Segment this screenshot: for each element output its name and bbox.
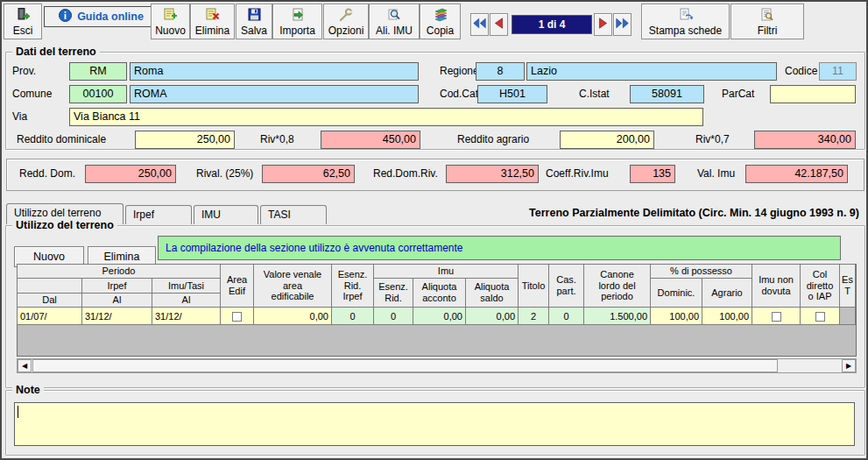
filtri-button[interactable]: Filtri: [730, 4, 804, 39]
riv07-field: 340,00: [754, 131, 856, 149]
scrollbar-thumb[interactable]: [32, 359, 778, 372]
reddito-agrario-label: Reddito agrario: [457, 131, 529, 148]
button-label: Opzioni: [328, 25, 364, 37]
scroll-left-button[interactable]: ◀: [18, 359, 32, 372]
cell-esenz-rid-irpef[interactable]: 0: [332, 308, 374, 325]
previous-record-button[interactable]: [490, 13, 508, 36]
button-label: Ali. IMU: [376, 25, 413, 37]
c-istat-label: C.Istat: [579, 85, 610, 103]
table-row[interactable]: 01/07/ 31/12/ 31/12/ 0,00 0 0 0,00 0,00 …: [18, 308, 856, 325]
note-textarea[interactable]: [14, 402, 855, 446]
parcat-field[interactable]: [770, 85, 856, 103]
info-icon: [59, 9, 72, 25]
first-record-button[interactable]: [470, 13, 489, 36]
comune-cod-field[interactable]: 00100: [69, 85, 127, 103]
ali-imu-button[interactable]: Ali. IMU: [369, 4, 420, 39]
arrow-left-icon: [494, 18, 504, 32]
col-header-al-irpef: Al: [82, 294, 152, 308]
val-imu-label: Val. Imu: [697, 165, 735, 182]
esci-button[interactable]: Esci: [4, 4, 42, 39]
col-header-al-imu: Al: [152, 294, 221, 308]
tab-irpef[interactable]: Irpef: [125, 205, 192, 224]
wrench-icon: [339, 7, 353, 22]
cell-dal[interactable]: 01/07/: [18, 308, 82, 325]
regione-nome-field[interactable]: Lazio: [526, 62, 777, 81]
cell-col-diretto[interactable]: [801, 308, 840, 325]
c-istat-field[interactable]: 58091: [630, 85, 704, 103]
cell-imu-non-dovuta[interactable]: [752, 308, 801, 325]
col-header-aliquota-acconto: Aliquota acconto: [413, 279, 466, 308]
cod-cat-label: Cod.Cat.: [440, 85, 481, 103]
opzioni-button[interactable]: Opzioni: [323, 4, 369, 39]
prov-field[interactable]: RM: [69, 62, 127, 81]
col-header-dal: Dal: [18, 294, 82, 308]
stampa-schede-button[interactable]: Stampa schede: [641, 4, 730, 39]
cell-canone[interactable]: 1.500,00: [584, 308, 651, 325]
cell-aliquota-saldo[interactable]: 0,00: [466, 308, 519, 325]
reddito-agrario-field[interactable]: 200,00: [560, 131, 654, 149]
importa-button[interactable]: Importa: [272, 4, 322, 39]
salva-button[interactable]: Salva: [236, 4, 272, 39]
record-counter: 1 di 4: [512, 15, 592, 34]
col-diretto-checkbox[interactable]: [815, 312, 825, 322]
codice-field: 11: [819, 62, 857, 81]
scroll-left-arrow-icon: ◀: [22, 363, 27, 370]
import-icon: [291, 7, 305, 22]
cell-cas-part[interactable]: 0: [549, 308, 584, 325]
cell-esenz-rid[interactable]: 0: [374, 308, 413, 325]
cod-cat-field[interactable]: H501: [477, 85, 547, 103]
prov-nome-field[interactable]: Roma: [130, 62, 419, 81]
coeff-riv-imu-label: Coeff.Riv.Imu: [546, 165, 609, 182]
redd-dom-field: 250,00: [85, 165, 176, 183]
tab-imu[interactable]: IMU: [194, 205, 258, 224]
cell-aliquota-acconto[interactable]: 0,00: [413, 308, 466, 325]
scroll-right-arrow-icon: ▶: [846, 363, 851, 370]
exit-door-icon: [15, 7, 31, 22]
riv08-label: Riv*0,8: [260, 131, 294, 148]
tab-tasi[interactable]: TASI: [260, 205, 327, 224]
regione-cod-field[interactable]: 8: [476, 62, 525, 81]
red-dom-riv-label: Red.Dom.Riv.: [373, 165, 438, 182]
copia-button[interactable]: Copia: [420, 4, 461, 39]
prov-label: Prov.: [12, 62, 36, 80]
riv07-label: Riv*0,7: [695, 131, 730, 148]
col-header-imu-group: Imu: [374, 265, 519, 279]
utilizzo-table: Periodo Area Edif Valore venale area edi…: [17, 264, 856, 325]
col-header-aliquota-saldo: Aliquota saldo: [466, 279, 519, 308]
cell-area-edif[interactable]: [221, 308, 254, 325]
cell-titolo[interactable]: 2: [519, 308, 549, 325]
col-header-esenz-rid-irpef: Esenz. Rid. Irpef: [332, 265, 374, 308]
col-header-imu-non-dovuta: Imu non dovuta: [752, 265, 801, 308]
comune-label: Comune: [12, 85, 52, 103]
comune-nome-field[interactable]: ROMA: [130, 85, 419, 103]
rival-field: 62,50: [262, 165, 355, 183]
utilizzo-title: Utilizzo del terreno: [12, 220, 117, 231]
via-field[interactable]: Via Bianca 11: [69, 108, 703, 126]
horizontal-scrollbar[interactable]: ◀ ▶: [17, 358, 857, 373]
button-label: Elimina: [195, 25, 229, 37]
area-edif-checkbox[interactable]: [232, 312, 242, 322]
cell-al-imu-tasi[interactable]: 31/12/: [152, 308, 221, 325]
cell-es-t: [840, 308, 856, 325]
cell-al-irpef[interactable]: 31/12/: [82, 308, 152, 325]
last-record-button[interactable]: [613, 13, 632, 36]
nuovo-button[interactable]: Nuovo: [151, 4, 190, 39]
copy-stack-icon: [433, 7, 448, 22]
col-header-titolo: Titolo: [519, 265, 549, 308]
riv08-field: 450,00: [321, 131, 420, 149]
button-label: Stampa schede: [649, 25, 722, 37]
cell-agrario[interactable]: 100,00: [702, 308, 752, 325]
scroll-right-button[interactable]: ▶: [842, 359, 856, 372]
imu-non-dovuta-checkbox[interactable]: [772, 312, 781, 322]
elimina-button[interactable]: Elimina: [190, 4, 235, 39]
button-label: Nuovo: [155, 25, 186, 37]
redd-dom-label: Redd. Dom.: [19, 165, 75, 182]
double-arrow-left-icon: [473, 18, 486, 32]
status-message: La compilazione della sezione utilizzo è…: [158, 236, 841, 260]
cell-dominic[interactable]: 100,00: [651, 308, 702, 325]
next-record-button[interactable]: [594, 13, 612, 36]
col-header-periodo: Periodo: [18, 265, 221, 279]
guida-online-button[interactable]: Guida online: [44, 6, 159, 27]
reddito-dominicale-field[interactable]: 250,00: [135, 131, 235, 149]
cell-valore-venale[interactable]: 0,00: [254, 308, 332, 325]
